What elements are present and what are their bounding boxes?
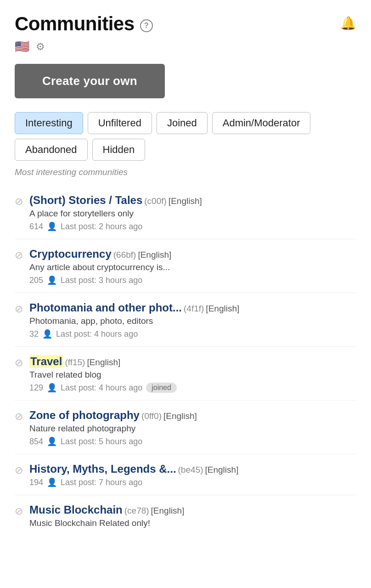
block-icon: ⊘ bbox=[15, 303, 23, 315]
create-own-button[interactable]: Create your own bbox=[15, 64, 165, 98]
community-id: (0ff0) bbox=[141, 411, 162, 421]
community-desc: Any article about cryptocurrency is... bbox=[29, 262, 356, 272]
tab-admin-moderator[interactable]: Admin/Moderator bbox=[212, 112, 311, 134]
community-lang: [English] bbox=[163, 411, 197, 421]
last-post: Last post: 5 hours ago bbox=[61, 437, 142, 447]
community-id: (66bf) bbox=[113, 250, 136, 260]
community-lang: [English] bbox=[205, 465, 239, 475]
member-count: 614 bbox=[29, 222, 43, 232]
community-content: Zone of photography (0ff0) [English] Nat… bbox=[29, 409, 356, 447]
community-name-row: Travel (ff15) [English] bbox=[29, 355, 356, 368]
list-item: ⊘ (Short) Stories / Tales (c00f) [Englis… bbox=[15, 186, 356, 239]
page-container: Communities ? 🔔 🇺🇸 ⚙ Create your own Int… bbox=[0, 0, 371, 557]
community-id: (be45) bbox=[178, 465, 203, 475]
community-meta: 129 👤 Last post: 4 hours ago joined bbox=[29, 383, 356, 393]
block-icon: ⊘ bbox=[15, 411, 23, 423]
page-title: Communities bbox=[15, 13, 135, 35]
community-name[interactable]: Music Blockchain bbox=[29, 503, 123, 516]
community-content: Travel (ff15) [English] Travel related b… bbox=[29, 355, 356, 393]
community-name[interactable]: Photomania and other phot... bbox=[29, 301, 182, 314]
community-lang: [English] bbox=[169, 196, 202, 206]
community-id: (ff15) bbox=[65, 357, 85, 368]
flag-icon: 🇺🇸 bbox=[15, 40, 29, 54]
list-item: ⊘ Zone of photography (0ff0) [English] N… bbox=[15, 401, 356, 454]
community-id: (c00f) bbox=[144, 196, 167, 206]
tab-joined[interactable]: Joined bbox=[157, 112, 208, 134]
community-meta: 32 👤 Last post: 4 hours ago bbox=[29, 329, 356, 339]
member-count: 129 bbox=[29, 383, 43, 393]
last-post: Last post: 4 hours ago bbox=[56, 329, 138, 339]
member-icon: 👤 bbox=[47, 221, 57, 232]
tab-unfiltered[interactable]: Unfiltered bbox=[88, 112, 152, 134]
community-name-row: Zone of photography (0ff0) [English] bbox=[29, 409, 356, 422]
last-post: Last post: 7 hours ago bbox=[61, 478, 142, 487]
bell-icon[interactable]: 🔔 bbox=[340, 16, 356, 31]
block-icon: ⊘ bbox=[15, 357, 23, 369]
community-lang: [English] bbox=[151, 506, 185, 516]
block-icon: ⊘ bbox=[15, 196, 23, 208]
tab-abandoned[interactable]: Abandoned bbox=[15, 139, 88, 161]
last-post: Last post: 2 hours ago bbox=[61, 222, 142, 232]
community-meta: 614 👤 Last post: 2 hours ago bbox=[29, 221, 356, 232]
community-name[interactable]: Cryptocurrency bbox=[29, 248, 112, 260]
community-content: (Short) Stories / Tales (c00f) [English]… bbox=[29, 194, 356, 232]
community-name-row: Cryptocurrency (66bf) [English] bbox=[29, 248, 356, 260]
community-name[interactable]: Zone of photography bbox=[29, 409, 140, 422]
block-icon: ⊘ bbox=[15, 505, 23, 517]
title-area: Communities ? bbox=[15, 13, 153, 35]
last-post: Last post: 3 hours ago bbox=[61, 276, 142, 285]
community-meta: 194 👤 Last post: 7 hours ago bbox=[29, 477, 356, 487]
community-content: Music Blockchain (ce78) [English] Music … bbox=[29, 503, 356, 531]
community-name-row: (Short) Stories / Tales (c00f) [English] bbox=[29, 194, 356, 207]
settings-icon[interactable]: ⚙ bbox=[36, 41, 45, 53]
tab-interesting[interactable]: Interesting bbox=[15, 112, 83, 134]
block-icon: ⊘ bbox=[15, 464, 23, 476]
member-count: 205 bbox=[29, 276, 43, 285]
list-item: ⊘ History, Myths, Legends &... (be45) [E… bbox=[15, 454, 356, 495]
member-icon: 👤 bbox=[42, 329, 52, 339]
community-lang: [English] bbox=[87, 357, 120, 368]
community-lang: [English] bbox=[206, 304, 239, 314]
list-item: ⊘ Photomania and other phot... (4f1f) [E… bbox=[15, 293, 356, 347]
member-icon: 👤 bbox=[47, 275, 57, 285]
last-post: Last post: 4 hours ago bbox=[61, 383, 142, 393]
member-icon: 👤 bbox=[47, 436, 57, 447]
member-icon: 👤 bbox=[47, 477, 57, 487]
community-desc: A place for storytellers only bbox=[29, 209, 356, 219]
community-name-row: Photomania and other phot... (4f1f) [Eng… bbox=[29, 301, 356, 314]
community-content: Photomania and other phot... (4f1f) [Eng… bbox=[29, 301, 356, 339]
list-item: ⊘ Music Blockchain (ce78) [English] Musi… bbox=[15, 495, 356, 538]
community-content: Cryptocurrency (66bf) [English] Any arti… bbox=[29, 248, 356, 285]
community-name[interactable]: Travel bbox=[29, 355, 63, 368]
community-id: (ce78) bbox=[124, 506, 149, 516]
community-lang: [English] bbox=[138, 250, 171, 260]
section-description: Most interesting communities bbox=[15, 167, 356, 177]
help-icon[interactable]: ? bbox=[140, 19, 153, 32]
header-row: Communities ? 🔔 bbox=[15, 13, 356, 35]
community-desc: Travel related blog bbox=[29, 370, 356, 380]
community-name-row: Music Blockchain (ce78) [English] bbox=[29, 503, 356, 516]
community-meta: 854 👤 Last post: 5 hours ago bbox=[29, 436, 356, 447]
tabs-row: Interesting Unfiltered Joined Admin/Mode… bbox=[15, 112, 356, 161]
community-name-row: History, Myths, Legends &... (be45) [Eng… bbox=[29, 463, 356, 475]
community-desc: Music Blockchain Related only! bbox=[29, 518, 356, 528]
community-name[interactable]: (Short) Stories / Tales bbox=[29, 194, 142, 207]
sub-icons-row: 🇺🇸 ⚙ bbox=[15, 40, 356, 54]
community-desc: Nature related photography bbox=[29, 424, 356, 434]
list-item: ⊘ Cryptocurrency (66bf) [English] Any ar… bbox=[15, 239, 356, 293]
member-count: 854 bbox=[29, 437, 43, 447]
block-icon: ⊘ bbox=[15, 249, 23, 261]
community-meta: 205 👤 Last post: 3 hours ago bbox=[29, 275, 356, 285]
community-id: (4f1f) bbox=[184, 304, 204, 314]
community-desc: Photomania, app, photo, editors bbox=[29, 316, 356, 326]
community-list: ⊘ (Short) Stories / Tales (c00f) [Englis… bbox=[15, 186, 356, 538]
joined-badge: joined bbox=[146, 383, 177, 393]
tab-hidden[interactable]: Hidden bbox=[92, 139, 146, 161]
member-count: 32 bbox=[29, 329, 39, 339]
list-item: ⊘ Travel (ff15) [English] Travel related… bbox=[15, 347, 356, 401]
member-count: 194 bbox=[29, 478, 43, 487]
community-content: History, Myths, Legends &... (be45) [Eng… bbox=[29, 463, 356, 487]
member-icon: 👤 bbox=[47, 383, 57, 393]
community-name[interactable]: History, Myths, Legends &... bbox=[29, 463, 176, 475]
